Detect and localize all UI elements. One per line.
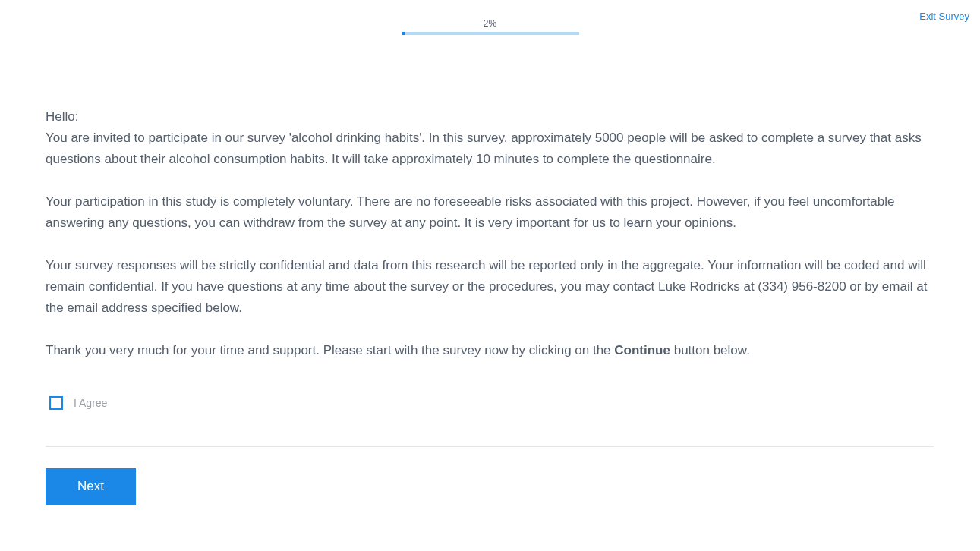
- consent-greeting: Hello:: [46, 106, 934, 128]
- consent-paragraph-2: Your participation in this study is comp…: [46, 191, 934, 234]
- consent-p4-pre: Thank you very much for your time and su…: [46, 343, 614, 357]
- next-button[interactable]: Next: [46, 468, 136, 505]
- progress-track: [402, 32, 579, 35]
- consent-paragraph-4: Thank you very much for your time and su…: [46, 340, 934, 361]
- agree-row: I Agree: [46, 396, 934, 410]
- exit-survey-link[interactable]: Exit Survey: [919, 11, 969, 22]
- consent-text: Hello: You are invited to participate in…: [46, 106, 934, 361]
- consent-paragraph-3: Your survey responses will be strictly c…: [46, 255, 934, 319]
- agree-checkbox[interactable]: [49, 396, 63, 410]
- progress-fill: [402, 32, 405, 35]
- progress-bar: 2%: [402, 18, 579, 35]
- section-divider: [46, 446, 934, 447]
- consent-p4-bold: Continue: [614, 343, 670, 357]
- consent-p4-post: button below.: [670, 343, 750, 357]
- survey-content: Hello: You are invited to participate in…: [46, 106, 934, 505]
- progress-percent-label: 2%: [402, 18, 579, 29]
- consent-paragraph-1: You are invited to participate in our su…: [46, 128, 934, 170]
- agree-label: I Agree: [74, 397, 107, 409]
